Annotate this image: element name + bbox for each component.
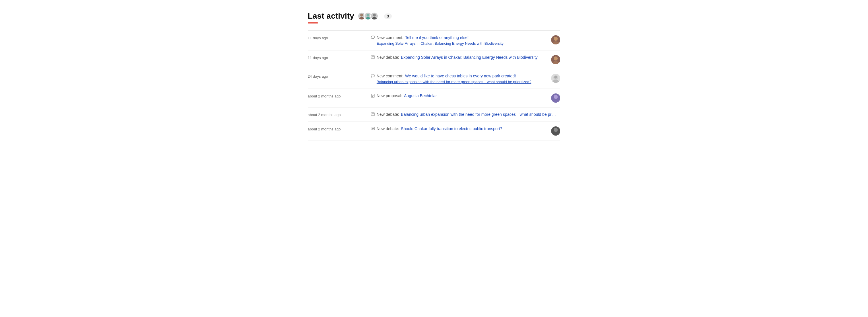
activity-label: New comment:: [377, 35, 403, 40]
svg-point-0: [360, 13, 363, 16]
activity-row: about 2 months ago New debate: Should Ch…: [308, 122, 560, 140]
activity-sub-link-container: Expanding Solar Arrays in Chakar: Balanc…: [371, 41, 547, 45]
activity-main: New proposal: Augusta Bechtelar: [371, 94, 547, 98]
activity-sub-link[interactable]: Expanding Solar Arrays in Chakar: Balanc…: [377, 41, 503, 45]
svg-point-2: [367, 13, 369, 16]
activity-avatar: [551, 94, 560, 103]
svg-point-1: [359, 17, 364, 20]
activity-label: New comment:: [377, 74, 403, 78]
svg-point-15: [554, 76, 557, 78]
activity-time: about 2 months ago: [308, 112, 371, 117]
svg-point-16: [552, 80, 559, 83]
activity-label: New debate:: [377, 55, 399, 60]
svg-point-12: [554, 57, 558, 61]
activity-label: New debate:: [377, 112, 399, 117]
activity-content: New debate: Balancing urban expansion wi…: [371, 112, 560, 117]
svg-point-6: [554, 37, 558, 41]
activity-avatar: [551, 74, 560, 83]
activity-row: 11 days ago New comment: Tell me if you …: [308, 31, 560, 50]
activity-time: about 2 months ago: [308, 94, 371, 98]
activity-avatar: [551, 127, 560, 136]
debate-icon: [371, 55, 375, 59]
activity-time: 11 days ago: [308, 35, 371, 40]
activity-content: New debate: Should Chakar fully transiti…: [371, 127, 547, 131]
activity-row: 11 days ago New debate: Expanding Solar …: [308, 50, 560, 69]
svg-point-13: [552, 61, 559, 64]
activity-label: New proposal:: [377, 94, 402, 98]
svg-point-4: [373, 13, 376, 16]
activity-link[interactable]: Tell me if you think of anything else!: [405, 35, 468, 40]
activity-link[interactable]: We would like to have chess tables in ev…: [405, 74, 516, 78]
activity-row: 24 days ago New comment: We would like t…: [308, 69, 560, 89]
activity-row: about 2 months ago New debate: Balancing…: [308, 107, 560, 122]
activity-sub-link-container: Balancing urban expansion with the need …: [371, 79, 547, 84]
activity-time: 11 days ago: [308, 55, 371, 60]
activity-time: about 2 months ago: [308, 127, 371, 131]
activity-link[interactable]: Balancing urban expansion with the need …: [401, 112, 556, 117]
section-header: Last activity 3: [308, 11, 560, 21]
svg-point-3: [365, 17, 370, 20]
activity-sub-link[interactable]: Balancing urban expansion with the need …: [377, 80, 531, 84]
activity-row: about 2 months ago New proposal: Augusta…: [308, 89, 560, 107]
activity-main: New debate: Expanding Solar Arrays in Ch…: [371, 55, 547, 60]
activity-content: New proposal: Augusta Bechtelar: [371, 94, 547, 98]
activity-avatar: [551, 35, 560, 44]
debate-icon: [371, 112, 375, 116]
comment-icon: [371, 36, 375, 40]
activity-main: New debate: Should Chakar fully transiti…: [371, 127, 547, 131]
participant-count-badge: 3: [384, 13, 392, 19]
activity-time: 24 days ago: [308, 74, 371, 78]
avatar-3: [370, 12, 378, 20]
section-title: Last activity: [308, 11, 354, 21]
activity-main: New comment: Tell me if you think of any…: [371, 35, 547, 40]
activity-link[interactable]: Expanding Solar Arrays in Chakar: Balanc…: [401, 55, 538, 60]
debate-icon: [371, 127, 375, 131]
activity-main: New comment: We would like to have chess…: [371, 74, 547, 78]
activity-content: New debate: Expanding Solar Arrays in Ch…: [371, 55, 547, 60]
activity-content: New comment: We would like to have chess…: [371, 74, 547, 84]
comment-icon: [371, 74, 375, 78]
activity-list: 11 days ago New comment: Tell me if you …: [308, 30, 560, 140]
svg-point-22: [552, 100, 559, 103]
svg-point-5: [372, 17, 377, 20]
activity-content: New comment: Tell me if you think of any…: [371, 35, 547, 45]
activity-label: New debate:: [377, 127, 399, 131]
proposal-icon: [371, 94, 375, 98]
activity-link[interactable]: Augusta Bechtelar: [404, 94, 437, 98]
activity-avatar: [551, 55, 560, 64]
svg-point-31: [554, 128, 558, 132]
svg-point-32: [552, 132, 559, 136]
svg-point-7: [552, 41, 559, 44]
title-underline: [308, 22, 318, 24]
activity-main: New debate: Balancing urban expansion wi…: [371, 112, 560, 117]
svg-point-21: [554, 95, 558, 99]
activity-link[interactable]: Should Chakar fully transition to electr…: [401, 127, 502, 131]
participant-avatars: [358, 12, 378, 20]
